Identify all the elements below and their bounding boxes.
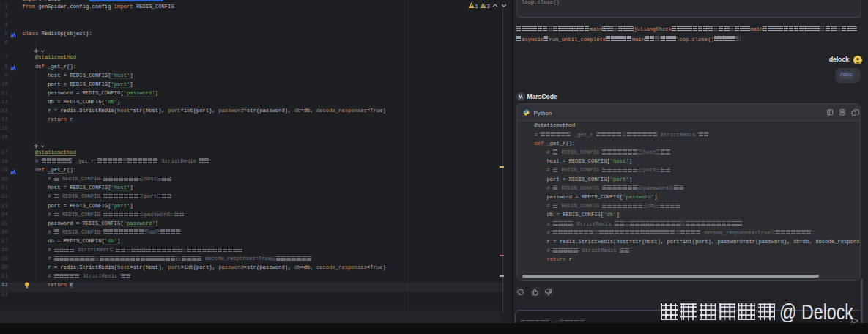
- svg-text:1: 1: [475, 3, 478, 9]
- svg-text:3: 3: [487, 3, 490, 9]
